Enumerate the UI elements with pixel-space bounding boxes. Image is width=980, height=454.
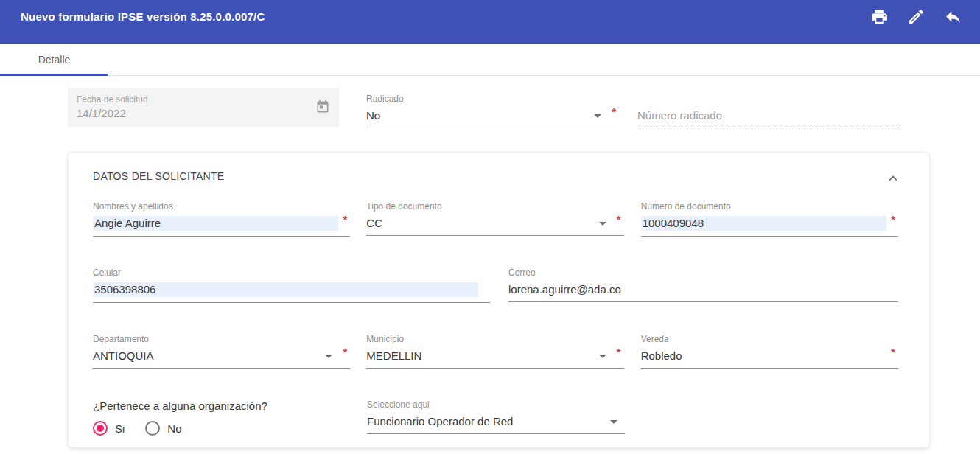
- tipo-documento-value: CC: [366, 216, 623, 230]
- row-organizacion: ¿Pertenece a alguna organización? Si No …: [93, 399, 898, 436]
- row-ubicacion: Departamento ANTIOQUIA * Municipio MEDEL…: [93, 334, 898, 369]
- organizacion-question-group: ¿Pertenece a alguna organización? Si No: [93, 399, 351, 436]
- required-asterisk: *: [891, 346, 895, 358]
- header-actions: [869, 8, 962, 27]
- edit-button[interactable]: [906, 8, 925, 27]
- collapse-panel-button[interactable]: [885, 170, 901, 189]
- row-identificacion: Nombres y apellidos Angie Aguirre * Tipo…: [93, 201, 898, 237]
- chevron-down-icon: [599, 355, 606, 358]
- tab-bar: Detalle: [0, 44, 980, 76]
- required-asterisk: *: [612, 105, 616, 118]
- radio-selected-icon: [93, 421, 108, 436]
- chevron-down-icon: [610, 420, 617, 424]
- fecha-solicitud-label: Fecha de solicitud: [77, 94, 330, 105]
- app-header: Nuevo formulario IPSE versión 8.25.0.0.0…: [0, 0, 980, 44]
- numero-documento-label: Número de documento: [641, 201, 898, 212]
- radio-si[interactable]: Si: [93, 421, 125, 436]
- required-asterisk: *: [343, 213, 347, 226]
- seleccione-value: Funcionario Operador de Red: [367, 414, 625, 428]
- radio-no[interactable]: No: [145, 421, 181, 436]
- page-title: Nuevo formulario IPSE versión 8.25.0.0.0…: [21, 8, 265, 23]
- chevron-down-icon: [599, 222, 606, 226]
- top-fields-row: Fecha de solicitud 14/1/2022 Radicado No…: [68, 88, 930, 128]
- correo-value: lorena.aguirre@ada.co: [508, 282, 898, 296]
- tipo-documento-label: Tipo de documento: [366, 201, 623, 212]
- vereda-input[interactable]: Vereda Robledo *: [641, 334, 898, 369]
- back-icon: [944, 7, 962, 29]
- fecha-solicitud-field: Fecha de solicitud 14/1/2022: [68, 88, 339, 127]
- nombres-input[interactable]: Nombres y apellidos Angie Aguirre *: [93, 201, 350, 237]
- required-asterisk: *: [617, 346, 621, 358]
- radicado-label: Radicado: [366, 94, 619, 104]
- seleccione-select[interactable]: Seleccione aqui Funcionario Operador de …: [367, 399, 625, 436]
- departamento-select[interactable]: Departamento ANTIOQUIA *: [93, 334, 350, 369]
- tipo-documento-select[interactable]: Tipo de documento CC *: [366, 201, 623, 237]
- correo-input[interactable]: Correo lorena.aguirre@ada.co: [508, 268, 898, 303]
- vereda-value: Robledo: [641, 349, 898, 363]
- vereda-label: Vereda: [641, 334, 898, 344]
- calendar-icon[interactable]: [315, 99, 330, 117]
- section-title: DATOS DEL SOLICITANTE: [93, 170, 898, 182]
- radio-no-label: No: [167, 422, 181, 435]
- celular-input[interactable]: Celular 3506398806: [93, 268, 490, 303]
- radio-unselected-icon: [145, 421, 160, 436]
- correo-label: Correo: [508, 268, 898, 278]
- numero-radicado-input[interactable]: Número radicado: [637, 94, 899, 128]
- numero-radicado-placeholder: Número radicado: [637, 108, 899, 122]
- back-button[interactable]: [943, 8, 962, 27]
- departamento-value: ANTIOQUIA: [93, 349, 350, 363]
- required-asterisk: *: [617, 213, 621, 226]
- required-asterisk: *: [891, 213, 895, 226]
- chevron-down-icon: [594, 114, 601, 118]
- numero-documento-input[interactable]: Número de documento 1000409048 *: [641, 201, 898, 237]
- datos-solicitante-card: DATOS DEL SOLICITANTE Nombres y apellido…: [68, 152, 930, 448]
- chevron-down-icon: [325, 355, 332, 358]
- tab-active-indicator: [0, 74, 108, 76]
- fecha-solicitud-value: 14/1/2022: [77, 107, 330, 119]
- edit-icon: [907, 7, 925, 29]
- print-icon: [870, 7, 889, 29]
- departamento-label: Departamento: [93, 334, 350, 344]
- numero-documento-value: 1000409048: [641, 216, 886, 231]
- row-contacto: Celular 3506398806 Correo lorena.aguirre…: [93, 268, 898, 303]
- nombres-label: Nombres y apellidos: [93, 201, 350, 212]
- tab-detalle[interactable]: Detalle: [0, 44, 108, 75]
- radicado-select[interactable]: Radicado No *: [366, 94, 619, 128]
- municipio-select[interactable]: Municipio MEDELLIN *: [366, 334, 623, 369]
- required-asterisk: *: [343, 346, 347, 358]
- print-button[interactable]: [869, 8, 889, 27]
- chevron-up-icon: [885, 176, 901, 189]
- seleccione-label: Seleccione aqui: [367, 399, 625, 410]
- radicado-value: No: [366, 108, 619, 122]
- municipio-label: Municipio: [366, 334, 623, 344]
- celular-label: Celular: [93, 268, 490, 278]
- municipio-value: MEDELLIN: [366, 349, 623, 363]
- organizacion-question: ¿Pertenece a alguna organización?: [93, 399, 351, 413]
- radio-si-label: Si: [115, 422, 125, 435]
- organizacion-radio-group: Si No: [93, 421, 351, 436]
- celular-value: 3506398806: [93, 282, 478, 297]
- nombres-value: Angie Aguirre: [93, 216, 338, 231]
